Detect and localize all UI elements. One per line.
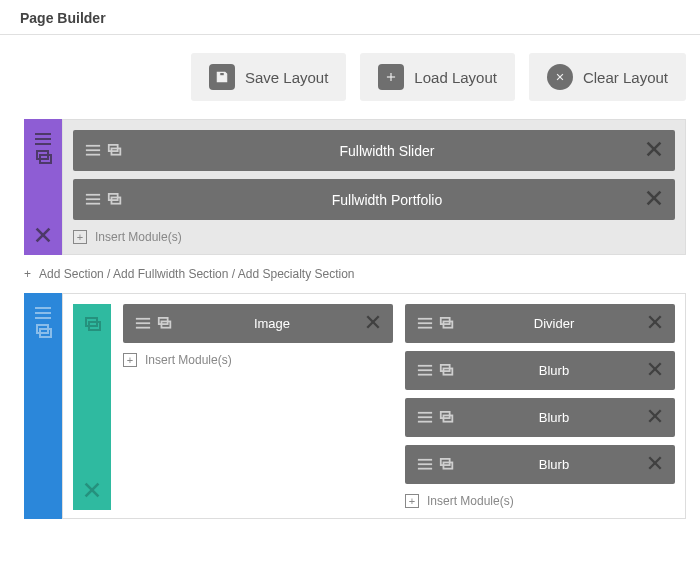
add-section-link[interactable]: + Add Section / Add Fullwidth Section / … — [24, 261, 686, 293]
copy-icon[interactable] — [34, 323, 52, 339]
module-title: Divider — [461, 316, 647, 331]
plus-icon: + — [73, 230, 87, 244]
close-icon[interactable] — [647, 455, 663, 474]
section-body: Fullwidth Slider Fullwidth Portfolio + I… — [62, 119, 686, 255]
hamburger-icon[interactable] — [34, 131, 52, 147]
hamburger-icon[interactable] — [34, 305, 52, 321]
copy-icon — [439, 411, 455, 425]
save-label: Save Layout — [245, 69, 328, 86]
insert-module-link[interactable]: + Insert Module(s) — [123, 351, 393, 369]
hamburger-icon — [85, 144, 101, 158]
module-title: Blurb — [461, 457, 647, 472]
hamburger-icon — [85, 193, 101, 207]
insert-label: Insert Module(s) — [427, 494, 514, 508]
save-icon — [209, 64, 235, 90]
hamburger-icon — [417, 411, 433, 425]
module-blurb[interactable]: Blurb — [405, 351, 675, 390]
load-icon — [378, 64, 404, 90]
clear-layout-button[interactable]: Clear Layout — [529, 53, 686, 101]
section-handle[interactable] — [24, 293, 62, 519]
copy-icon — [439, 317, 455, 331]
copy-icon — [157, 317, 173, 331]
row: Image + Insert Module(s) Divider — [73, 304, 675, 510]
hamburger-icon — [417, 364, 433, 378]
module-blurb[interactable]: Blurb — [405, 398, 675, 437]
hamburger-icon — [135, 317, 151, 331]
insert-label: Insert Module(s) — [145, 353, 232, 367]
section-handle[interactable] — [24, 119, 62, 255]
load-label: Load Layout — [414, 69, 497, 86]
insert-label: Insert Module(s) — [95, 230, 182, 244]
plus-icon: + — [24, 267, 31, 281]
module-blurb[interactable]: Blurb — [405, 445, 675, 484]
close-icon[interactable] — [365, 314, 381, 333]
copy-icon — [439, 364, 455, 378]
close-icon[interactable] — [34, 227, 52, 243]
module-fullwidth-slider[interactable]: Fullwidth Slider — [73, 130, 675, 171]
copy-icon[interactable] — [83, 316, 101, 332]
row-handle[interactable] — [73, 304, 111, 510]
save-layout-button[interactable]: Save Layout — [191, 53, 346, 101]
module-divider[interactable]: Divider — [405, 304, 675, 343]
close-icon[interactable] — [647, 314, 663, 333]
insert-module-link[interactable]: + Insert Module(s) — [405, 492, 675, 510]
close-icon[interactable] — [647, 361, 663, 380]
module-title: Blurb — [461, 363, 647, 378]
module-title: Image — [179, 316, 365, 331]
column-right: Divider Blurb Blurb — [405, 304, 675, 510]
plus-icon: + — [123, 353, 137, 367]
page-title: Page Builder — [0, 0, 700, 35]
plus-icon: + — [405, 494, 419, 508]
load-layout-button[interactable]: Load Layout — [360, 53, 515, 101]
column-left: Image + Insert Module(s) — [123, 304, 393, 510]
section-fullwidth: Fullwidth Slider Fullwidth Portfolio + I… — [24, 119, 686, 255]
copy-icon — [107, 144, 123, 158]
clear-label: Clear Layout — [583, 69, 668, 86]
module-title: Blurb — [461, 410, 647, 425]
section-standard: Image + Insert Module(s) Divider — [24, 293, 686, 519]
close-icon[interactable] — [83, 482, 101, 498]
add-section-label: Add Section / Add Fullwidth Section / Ad… — [39, 267, 355, 281]
module-title: Fullwidth Slider — [129, 143, 645, 159]
close-icon[interactable] — [647, 408, 663, 427]
toolbar: Save Layout Load Layout Clear Layout — [0, 35, 700, 119]
clear-icon — [547, 64, 573, 90]
module-fullwidth-portfolio[interactable]: Fullwidth Portfolio — [73, 179, 675, 220]
close-icon[interactable] — [645, 140, 663, 161]
copy-icon — [439, 458, 455, 472]
hamburger-icon — [417, 317, 433, 331]
hamburger-icon — [417, 458, 433, 472]
copy-icon — [107, 193, 123, 207]
module-image[interactable]: Image — [123, 304, 393, 343]
insert-module-link[interactable]: + Insert Module(s) — [73, 228, 675, 246]
module-title: Fullwidth Portfolio — [129, 192, 645, 208]
close-icon[interactable] — [645, 189, 663, 210]
section-body: Image + Insert Module(s) Divider — [62, 293, 686, 519]
builder-area: Fullwidth Slider Fullwidth Portfolio + I… — [0, 119, 700, 535]
copy-icon[interactable] — [34, 149, 52, 165]
